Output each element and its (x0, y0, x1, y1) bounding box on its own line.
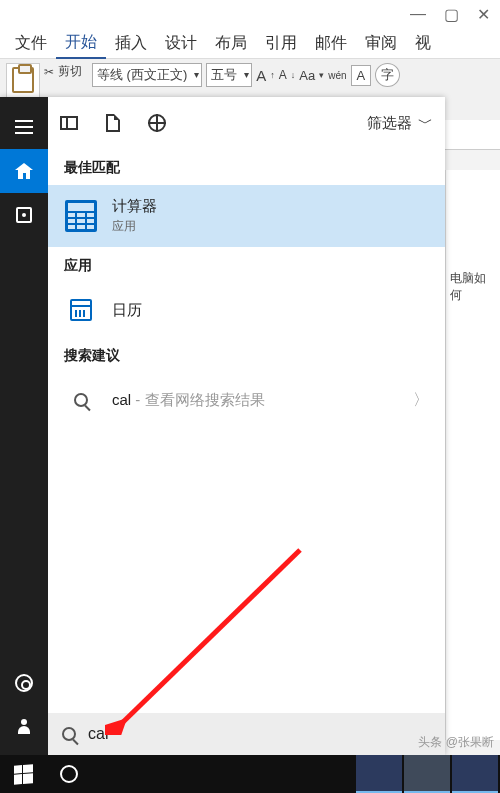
search-icon (64, 383, 98, 417)
hamburger-icon (15, 120, 33, 134)
cortana-circle-icon (60, 765, 78, 783)
cortana-button[interactable] (46, 755, 92, 793)
shrink-font-button[interactable]: A (279, 68, 287, 82)
search-icon (62, 727, 76, 741)
windows-taskbar (0, 755, 500, 793)
app-result-calendar[interactable]: 日历 (48, 283, 445, 337)
taskbar-app-1[interactable] (356, 755, 402, 793)
taskbar-app-2[interactable] (404, 755, 450, 793)
home-icon (15, 163, 33, 179)
windows-logo-icon (14, 764, 33, 784)
section-suggestions: 搜索建议 (48, 337, 445, 373)
tab-mailings[interactable]: 邮件 (306, 29, 356, 58)
word-document-area: 电脑如何 (445, 170, 500, 740)
rail-recent-button[interactable] (0, 193, 48, 237)
filter-dropdown[interactable]: 筛选器 ﹀ (367, 114, 433, 133)
scope-apps-tab[interactable] (60, 116, 78, 130)
tab-design[interactable]: 设计 (156, 29, 206, 58)
search-scope-tabs: 筛选器 ﹀ (48, 97, 445, 149)
filter-label: 筛选器 (367, 114, 412, 133)
taskbar-running-apps (356, 755, 500, 793)
chevron-right-icon: 〉 (413, 390, 429, 411)
start-rail (0, 97, 48, 755)
word-ribbon-tabs: 文件 开始 插入 设计 布局 引用 邮件 审阅 视 (0, 28, 500, 58)
start-button[interactable] (0, 755, 46, 793)
scissors-icon: ✂ (44, 65, 54, 79)
font-size-select[interactable]: 五号▾ (206, 63, 252, 87)
phonetic-guide-button[interactable]: wén (328, 70, 346, 81)
window-maximize-button[interactable]: ▢ (444, 5, 459, 24)
font-name-select[interactable]: 等线 (西文正文)▾ (92, 63, 202, 87)
rail-menu-button[interactable] (0, 105, 48, 149)
people-icon (15, 719, 33, 735)
document-text: 电脑如何 (450, 271, 486, 302)
cortana-search-box[interactable] (48, 713, 445, 755)
chevron-down-icon: ﹀ (418, 114, 433, 133)
apps-icon (60, 116, 78, 130)
scope-documents-tab[interactable] (106, 114, 120, 132)
search-results-main: 筛选器 ﹀ 最佳匹配 计算器 应用 应用 日历 搜索建议 cal - 查看网络搜… (48, 97, 445, 755)
grow-font-button[interactable]: A (256, 67, 266, 84)
rail-feedback-button[interactable] (0, 705, 48, 749)
tab-file[interactable]: 文件 (6, 29, 56, 58)
calculator-icon (64, 199, 98, 233)
section-apps: 应用 (48, 247, 445, 283)
enclose-char-button[interactable]: 字 (375, 63, 400, 87)
result-subtitle: 应用 (112, 218, 157, 235)
scope-web-tab[interactable] (148, 114, 166, 132)
tab-review[interactable]: 审阅 (356, 29, 406, 58)
web-suggestion-cal[interactable]: cal - 查看网络搜索结果 〉 (48, 373, 445, 427)
best-match-calculator[interactable]: 计算器 应用 (48, 185, 445, 247)
section-best-match: 最佳匹配 (48, 149, 445, 185)
watermark: 头条 @张果断 (418, 734, 494, 751)
cut-button[interactable]: ✂ 剪切 (44, 63, 82, 80)
tab-layout[interactable]: 布局 (206, 29, 256, 58)
suggestion-query: cal (112, 391, 131, 408)
suggestion-desc: - 查看网络搜索结果 (131, 391, 264, 408)
tab-insert[interactable]: 插入 (106, 29, 156, 58)
clock-icon (16, 207, 32, 223)
calendar-icon (64, 293, 98, 327)
globe-icon (148, 114, 166, 132)
tab-view[interactable]: 视 (406, 29, 440, 58)
cut-label: 剪切 (58, 63, 82, 80)
change-case-button[interactable]: Aa (299, 68, 315, 83)
taskbar-app-3[interactable] (452, 755, 498, 793)
document-icon (106, 114, 120, 132)
rail-settings-button[interactable] (0, 661, 48, 705)
window-minimize-button[interactable]: — (410, 5, 426, 23)
result-title: 计算器 (112, 197, 157, 216)
word-titlebar: — ▢ ✕ (0, 0, 500, 28)
window-close-button[interactable]: ✕ (477, 5, 490, 24)
rail-home-button[interactable] (0, 149, 48, 193)
tab-home[interactable]: 开始 (56, 28, 106, 59)
tab-references[interactable]: 引用 (256, 29, 306, 58)
char-border-button[interactable]: A (351, 65, 372, 86)
search-input[interactable] (88, 725, 431, 743)
cortana-search-panel: 筛选器 ﹀ 最佳匹配 计算器 应用 应用 日历 搜索建议 cal - 查看网络搜… (0, 97, 445, 755)
font-group: 等线 (西文正文)▾ 五号▾ A↑ A↓ Aa▾ wén A 字 (92, 63, 400, 87)
result-title: 日历 (112, 301, 142, 320)
gear-icon (15, 674, 33, 692)
